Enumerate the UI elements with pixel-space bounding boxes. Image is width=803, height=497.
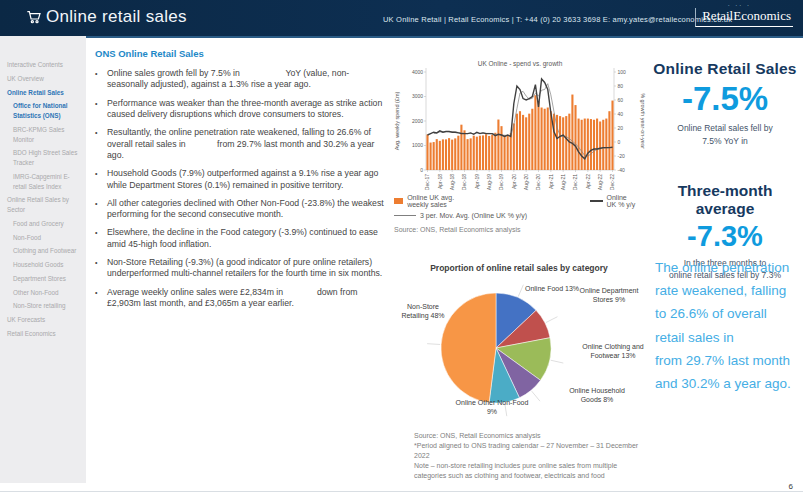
sidebar-item-non-store-retailing[interactable]: Non-Store retailing [0, 299, 86, 313]
bullet-item: •Household Goods (7.9%) outperformed aga… [95, 168, 390, 191]
sidebar-item-imrg-capgemini-e-retail-sales-index[interactable]: IMRG-Capgemini E-retail Sales Index [0, 170, 86, 194]
legend-item-line: Online UK % y/y [590, 194, 636, 208]
pie-label-household-goods: Online Household Goods 8% [568, 386, 626, 405]
bar-swatch [394, 198, 403, 204]
chart-source: Source: ONS, Retail Economics analysis [394, 226, 520, 233]
kpi1-heading: Online Retail Sales [652, 60, 798, 78]
bullet-item: •Non-Store Retailing (-9.3%) (a good ind… [95, 257, 390, 280]
bullet-marker: • [95, 68, 107, 91]
svg-text:Apr-19: Apr-19 [474, 174, 480, 189]
sidebar-item-retail-economics[interactable]: Retail Economics [0, 327, 86, 341]
shopping-cart-icon [26, 9, 42, 25]
legend-item-movavg: 3 per. Mov. Avg. (Online UK % y/y) [394, 212, 527, 219]
line-swatch [590, 200, 603, 202]
sidebar-item-online-retail-sales-by-sector[interactable]: Online Retail Sales by Sector [0, 193, 86, 217]
svg-text:Dec-17: Dec-17 [424, 174, 430, 190]
svg-text:Aug-20: Aug-20 [523, 174, 529, 190]
pie-label-non-store-retailing: Non-Store Retailing 48% [394, 302, 452, 321]
sidebar-item-brc-kpmg-sales-monitor[interactable]: BRC-KPMG Sales Monitor [0, 123, 86, 147]
sidebar-item-clothing-and-footwear[interactable]: Clothing and Footwear [0, 244, 86, 258]
svg-text:-40: -40 [618, 167, 625, 173]
bullet-item: •Performance was weaker than the three-m… [95, 98, 390, 121]
bullet-text: Household Goods (7.9%) outperformed agai… [107, 168, 390, 191]
bottom-divider [0, 491, 803, 492]
svg-text:40: 40 [618, 111, 624, 117]
sidebar-item-bdo-high-street-sales-tracker[interactable]: BDO High Street Sales Tracker [0, 146, 86, 170]
svg-text:100: 100 [618, 69, 627, 75]
sidebar-item-office-for-national-statistics-ons[interactable]: Office for National Statistics (ONS) [0, 99, 86, 123]
kpi-panel: Online Retail Sales -7.5% Online Retail … [652, 60, 798, 282]
pie-leader-line [546, 317, 558, 323]
sidebar-nav: Interactive ContentsUK OverviewOnline Re… [0, 36, 86, 483]
report-page: Online retail sales UK Online Retail | R… [0, 0, 803, 497]
legend-label: Online UK avg. weekly sales [407, 194, 455, 208]
svg-text:Avg. weekly spend (£m): Avg. weekly spend (£m) [394, 92, 400, 151]
kpi1-caption: Online Retail sales fell by 7.5% YoY in [652, 122, 798, 148]
bullet-text: Resultantly, the online penetration rate… [107, 127, 390, 161]
pie-chart-title: Proportion of online retail sales by cat… [392, 263, 646, 273]
pie-label-clothing-footwear: Online Clothing and Footwear 13% [580, 342, 646, 361]
thin-line-swatch [394, 215, 416, 216]
svg-text:0: 0 [618, 139, 621, 145]
sidebar-item-uk-overview[interactable]: UK Overview [0, 72, 86, 86]
kpi2-heading: Three-month average [652, 182, 798, 218]
bullet-item: •Resultantly, the online penetration rat… [95, 127, 390, 161]
bullet-marker: • [95, 287, 107, 310]
chart-panel: 01000200030004000-40-20020406080100Dec-1… [392, 58, 646, 196]
page-title: Online retail sales [46, 7, 187, 27]
bullet-text: Average weekly online sales were £2,834m… [107, 287, 390, 310]
footnote-period: *Period aligned to ONS trading calendar … [414, 441, 649, 460]
spend-vs-growth-chart: 01000200030004000-40-20020406080100Dec-1… [392, 58, 646, 192]
bullet-item: •Online sales growth fell by 7.5% in YoY… [95, 68, 390, 91]
svg-text:80: 80 [618, 83, 624, 89]
footnote-source: Source: ONS, Retail Economics analysis [414, 431, 649, 440]
svg-text:% growth year-on-year: % growth year-on-year [640, 93, 646, 149]
pie-label-department-stores: Online Department Stores 9% [578, 286, 640, 305]
pie-leader-line [551, 360, 564, 363]
header-contact-info: UK Online Retail | Retail Economics | T:… [383, 15, 732, 24]
svg-text:2000: 2000 [412, 118, 423, 124]
svg-text:Dec-22: Dec-22 [609, 174, 615, 190]
sidebar-item-other-non-food[interactable]: Other Non-Food [0, 286, 86, 300]
bullet-item: •Average weekly online sales were £2,834… [95, 287, 390, 310]
bullet-marker: • [95, 198, 107, 221]
kpi1-caption-line2: 7.5% YoY in [652, 135, 798, 148]
footnote-note: Note – non-store retailing includes pure… [414, 461, 649, 480]
bullet-marker: • [95, 168, 107, 191]
sidebar-item-uk-forecasts[interactable]: UK Forecasts [0, 313, 86, 327]
pie-leader-line [532, 391, 540, 401]
sidebar-item-department-stores[interactable]: Department Stores [0, 272, 86, 286]
svg-text:Dec-21: Dec-21 [572, 174, 578, 190]
svg-text:Aug-19: Aug-19 [486, 174, 492, 190]
svg-text:20: 20 [618, 125, 624, 131]
sidebar-item-online-retail-sales[interactable]: Online Retail Sales [0, 86, 86, 100]
svg-text:Dec-19: Dec-19 [498, 174, 504, 190]
svg-text:Aug-18: Aug-18 [449, 174, 455, 190]
svg-text:3000: 3000 [412, 93, 423, 99]
kpi2-value: -7.3% [652, 220, 798, 253]
retail-economics-logo: RetailEconomics [695, 8, 793, 27]
svg-text:Aug-22: Aug-22 [597, 174, 603, 190]
svg-text:-20: -20 [618, 153, 625, 159]
sidebar-item-food-and-grocery[interactable]: Food and Grocery [0, 217, 86, 231]
bullet-text: All other categories declined with Other… [107, 198, 390, 221]
bullet-marker: • [95, 227, 107, 250]
sidebar-item-interactive-contents[interactable]: Interactive Contents [0, 58, 86, 72]
kpi1-caption-line1: Online Retail sales fell by [652, 122, 798, 135]
page-number: 6 [789, 482, 793, 491]
pie-footnotes: Source: ONS, Retail Economics analysis *… [414, 431, 649, 481]
svg-text:60: 60 [618, 97, 624, 103]
main-content: ONS Online Retail Sales •Online sales gr… [95, 48, 390, 316]
penetration-highlight-text: The online penetration rate weakened, fa… [655, 256, 797, 395]
bullet-marker: • [95, 98, 107, 121]
pie-label-online-food: Online Food 13% [520, 284, 584, 293]
kpi1-value: -7.5% [652, 80, 798, 118]
svg-text:UK Online - spend vs. growth: UK Online - spend vs. growth [478, 60, 563, 68]
bullet-marker: • [95, 127, 107, 161]
bullet-text: Elsewhere, the decline in the Food categ… [107, 227, 390, 250]
sidebar-item-non-food[interactable]: Non-Food [0, 231, 86, 245]
sidebar-item-household-goods[interactable]: Household Goods [0, 258, 86, 272]
svg-text:Dec-20: Dec-20 [535, 174, 541, 190]
legend-label: 3 per. Mov. Avg. (Online UK % y/y) [420, 212, 527, 219]
bullet-list: •Online sales growth fell by 7.5% in YoY… [95, 68, 390, 309]
